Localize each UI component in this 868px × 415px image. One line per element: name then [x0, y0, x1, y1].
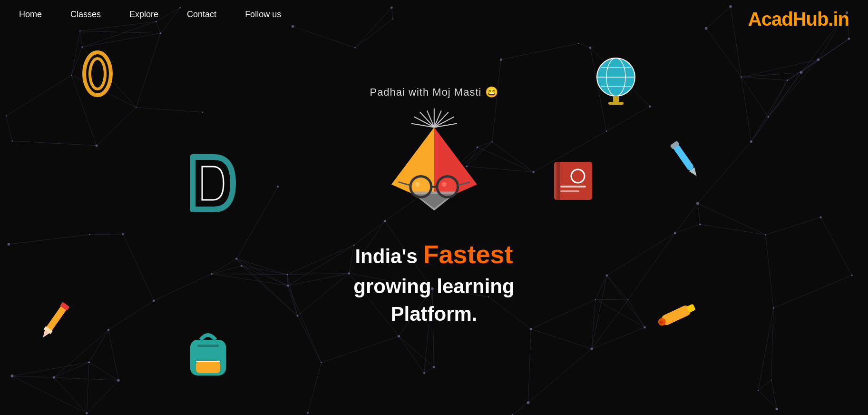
hero-line2: growing learning [353, 273, 514, 301]
nav-explore[interactable]: Explore [129, 10, 158, 19]
paperclip-icon [76, 48, 119, 105]
svg-rect-14 [560, 190, 579, 192]
tagline: Padhai with Moj Masti 😄 [353, 86, 514, 99]
svg-point-48 [415, 182, 420, 187]
pen-icon [663, 138, 706, 187]
hero-text: India's Fastest growing learning Platfor… [353, 237, 514, 328]
nav-home[interactable]: Home [19, 10, 42, 19]
marker-icon [656, 295, 702, 344]
globe-icon [592, 52, 640, 115]
hero-section: Padhai with Moj Masti 😄 [353, 86, 514, 328]
navbar: Home Classes Explore Contact Follow us A… [0, 0, 868, 29]
acadhub-logo-icon [382, 108, 487, 222]
hero-line1: India's Fastest [353, 237, 514, 273]
hero-line3: Platform. [353, 301, 514, 329]
book-icon [549, 157, 597, 210]
svg-rect-9 [608, 102, 624, 105]
brand-text: AcadHub.in [748, 9, 849, 30]
svg-rect-25 [197, 345, 219, 347]
nav-links: Home Classes Explore Contact Follow us [19, 10, 281, 20]
svg-point-49 [442, 182, 447, 187]
svg-rect-8 [613, 96, 619, 103]
svg-line-36 [434, 110, 441, 127]
svg-rect-11 [556, 162, 560, 200]
svg-point-1 [90, 59, 105, 89]
svg-point-47 [439, 178, 456, 195]
backpack-icon [185, 328, 231, 386]
svg-rect-23 [196, 361, 220, 373]
brand-logo[interactable]: AcadHub.in [748, 9, 849, 30]
svg-rect-13 [560, 186, 586, 188]
nav-classes[interactable]: Classes [70, 10, 101, 19]
pencil-icon [33, 299, 76, 348]
nav-contact[interactable]: Contact [187, 10, 216, 19]
svg-point-46 [412, 178, 429, 195]
letter-d-icon [185, 152, 238, 219]
svg-line-32 [427, 110, 434, 127]
nav-follow-us[interactable]: Follow us [245, 10, 281, 19]
brand-dot: . [828, 9, 833, 30]
